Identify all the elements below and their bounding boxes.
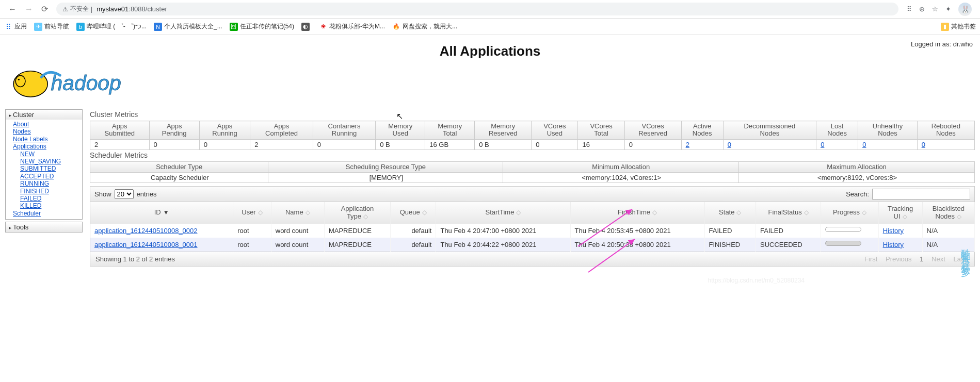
table-cell: Thu Feb 4 20:47:00 +0800 2021 [436,224,570,238]
table-row: application_1612440510008_0001rootword c… [90,238,975,252]
table-info: Showing 1 to 2 of 2 entries [95,255,175,263]
metrics-header: RebootedNodes [917,121,974,140]
apps-header[interactable]: State◇ [704,202,756,224]
table-controls: Show 20 entries Search: [90,186,975,202]
page-number[interactable]: 1 [917,255,926,263]
sidebar-scheduler[interactable]: Scheduler [13,210,82,217]
insecure-label: 不安全 [70,5,89,13]
app-id-link[interactable]: application_1612440510008_0001 [94,241,198,248]
back-icon[interactable]: ← [4,5,21,14]
watermark: 酷狗音乐 就是歌多 [959,241,972,262]
translate-icon[interactable]: ⠿ [907,5,912,13]
page-first[interactable]: First [861,255,880,263]
sidebar-appstate[interactable]: SUBMITTED [20,165,82,172]
bookmark-item[interactable]: N个人简历模板大全_... [154,22,222,31]
metrics-header: VCoresTotal [578,121,624,140]
sidebar-appstate[interactable]: KILLED [20,202,82,209]
apps-header[interactable]: FinishTime◇ [570,202,704,224]
metrics-link[interactable]: 2 [686,141,689,148]
table-cell: word count [271,224,324,238]
forward-icon[interactable]: → [21,5,37,14]
apps-header[interactable]: Queue◇ [391,202,436,224]
apps-header[interactable]: ID▼ [90,202,233,224]
bookmark-item[interactable]: ❀花粉俱乐部-华为M... [319,22,385,31]
reload-icon[interactable]: ⟳ [37,4,52,14]
apps-header[interactable]: FinalStatus◇ [756,202,821,224]
metrics-header: UnhealthyNodes [858,121,918,140]
sidebar-cluster-box: Cluster About Nodes Node Labels Applicat… [5,109,83,220]
apps-header[interactable]: Progress◇ [821,202,878,224]
metrics-header: VCoresUsed [532,121,578,140]
apps-icon: ⠿ [4,23,12,31]
sidebar-appstate[interactable]: ACCEPTED [20,173,82,180]
metrics-header: VCoresReserved [624,121,681,140]
metrics-link[interactable]: 0 [728,141,731,148]
address-bar[interactable]: ⚠ 不安全 | myslave01:8088/cluster [56,3,898,15]
sidebar-appstate[interactable]: NEW [20,151,82,158]
table-cell: MAPREDUCE [324,224,390,238]
profile-avatar[interactable]: 🐰 [958,3,972,16]
apps-header[interactable]: Name◇ [271,202,324,224]
bookmark-item[interactable]: ✈前站导航 [34,22,69,31]
metrics-link[interactable]: 0 [821,141,824,148]
sidebar-cluster-head[interactable]: Cluster [6,110,82,120]
sidebar-about[interactable]: About [13,121,82,128]
metrics-link[interactable]: 0 [862,141,866,148]
sidebar: Cluster About Nodes Node Labels Applicat… [5,109,83,267]
show-label: Show [94,190,111,198]
sidebar-appstate[interactable]: NEW_SAVING [20,158,82,165]
apps-shortcut[interactable]: ⠿ 应用 [4,22,27,31]
metrics-header: AppsCompleted [250,121,313,140]
page-size-select[interactable]: 20 [115,189,134,199]
table-cell: FAILED [704,224,756,238]
app-id-link[interactable]: application_1612440510008_0002 [94,227,198,235]
other-bookmarks[interactable]: ▮其他书签 [941,22,976,31]
progress-bar [825,241,861,246]
table-cell [821,224,878,238]
table-row: application_1612440510008_0002rootword c… [90,224,975,238]
sidebar-appstate[interactable]: FAILED [20,195,82,202]
apps-header[interactable]: User◇ [233,202,271,224]
star-icon[interactable]: ☆ [932,5,938,13]
apps-header[interactable]: ApplicationType◇ [324,202,390,224]
sidebar-appstate[interactable]: FINISHED [20,188,82,195]
metrics-value: 2 [681,139,723,150]
apps-header[interactable]: TrackingUI◇ [878,202,922,224]
svg-point-2 [18,79,20,80]
sidebar-applications[interactable]: Applications [13,143,82,150]
apps-header[interactable]: BlacklistedNodes◇ [922,202,974,224]
search-input[interactable] [872,189,970,200]
extensions-icon[interactable]: ✦ [945,5,951,13]
metrics-value: 2 [250,139,313,150]
logged-in-label: Logged in as: dr.who [911,40,973,48]
table-cell: MAPREDUCE [324,238,390,252]
folder-icon: ▮ [941,23,949,31]
bookmark-item[interactable]: ◐ [301,23,312,31]
sidebar-tools-head[interactable]: Tools [6,222,82,232]
tracking-link[interactable]: History [883,227,904,235]
metrics-header: ActiveNodes [681,121,723,140]
sidebar-appstate[interactable]: RUNNING [20,180,82,187]
metrics-value: Capacity Scheduler [90,172,268,182]
page-prev[interactable]: Previous [882,255,915,263]
tracking-link[interactable]: History [883,241,904,248]
bookmark-item[interactable]: b哔哩哔哩 ( ゜- ゜)つ... [76,22,147,31]
sidebar-node-labels[interactable]: Node Labels [13,136,82,143]
svg-point-1 [15,75,25,87]
apps-header[interactable]: StartTime◇ [436,202,570,224]
metrics-value: [MEMORY] [268,172,503,182]
metrics-link[interactable]: 0 [922,141,925,148]
metrics-value: 0 [149,139,199,150]
main-content: Cluster Metrics AppsSubmittedAppsPending… [90,109,975,267]
table-cell: Thu Feb 4 20:44:22 +0800 2021 [436,238,570,252]
bookmark-icon: 回 [230,23,238,31]
bookmark-item[interactable]: 回任正非传的笔记(54) [230,22,294,31]
page-next[interactable]: Next [928,255,949,263]
url-text: myslave01:8088/cluster [97,5,167,13]
sidebar-nodes[interactable]: Nodes [13,128,82,135]
insecure-badge: ⚠ 不安全 | [62,5,92,13]
table-cell: default [391,238,436,252]
bookmark-icon: ❀ [319,23,327,31]
zoom-icon[interactable]: ⊕ [919,5,925,13]
bookmark-item[interactable]: 🔥网盘搜索，就用大... [392,22,457,31]
